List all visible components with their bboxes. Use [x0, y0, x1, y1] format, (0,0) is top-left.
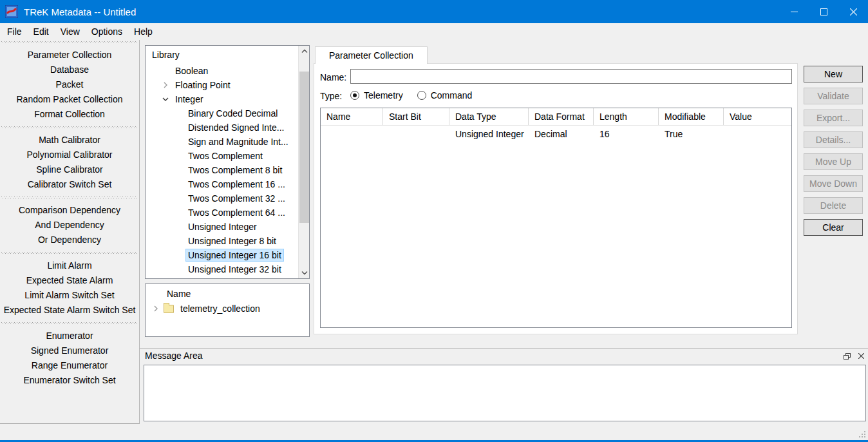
tree-item-twos-complement-8-bit[interactable]: Twos Complement 8 bit — [146, 163, 298, 177]
menu-view[interactable]: View — [55, 24, 86, 39]
tree-item-unsigned-integer-8-bit[interactable]: Unsigned Integer 8 bit — [146, 234, 298, 248]
cell-length[interactable]: 16 — [594, 126, 659, 142]
scrollbar-thumb[interactable] — [299, 72, 309, 223]
cell-data-type[interactable]: Unsigned Integer — [449, 126, 529, 142]
library-scrollbar[interactable] — [298, 46, 309, 278]
cell-data-format[interactable]: Decimal — [529, 126, 594, 142]
tree-spacer — [173, 151, 184, 161]
maximize-button[interactable] — [809, 0, 838, 23]
column-header-data-format[interactable]: Data Format — [529, 108, 594, 125]
menu-help[interactable]: Help — [128, 24, 158, 39]
tree-item-telemetry-collection[interactable]: telemetry_collection — [146, 301, 309, 316]
column-header-data-type[interactable]: Data Type — [449, 108, 529, 125]
cell-modifiable[interactable]: True — [659, 126, 724, 142]
menu-options[interactable]: Options — [86, 24, 128, 39]
sidebar-item-expected-state-alarm-switch-set[interactable]: Expected State Alarm Switch Set — [0, 303, 139, 318]
sidebar-item-packet[interactable]: Packet — [0, 77, 139, 92]
tree-item-binary-coded-decimal[interactable]: Binary Coded Decimal — [146, 106, 298, 120]
collection-tree-panel: Name telemetry_collection — [145, 283, 310, 337]
sidebar-item-calibrator-switch-set[interactable]: Calibrator Switch Set — [0, 177, 139, 192]
name-input[interactable] — [350, 69, 792, 84]
cell-name[interactable] — [321, 126, 383, 142]
chevron-down-icon[interactable] — [160, 94, 171, 104]
column-header-name[interactable]: Name — [321, 108, 383, 125]
tree-item-unsigned-integer-16-bit[interactable]: Unsigned Integer 16 bit — [146, 248, 298, 262]
tree-item-floating-point[interactable]: Floating Point — [146, 78, 298, 92]
tree-item-unsigned-integer-32-bit[interactable]: Unsigned Integer 32 bit — [146, 262, 298, 276]
tree-item-distended-signed-integer[interactable]: Distended Signed Inte... — [146, 120, 298, 135]
tree-item-twos-complement[interactable]: Twos Complement — [146, 149, 298, 163]
tree-item-twos-complement-16-bit[interactable]: Twos Complement 16 ... — [146, 177, 298, 191]
sidebar-item-format-collection[interactable]: Format Collection — [0, 107, 139, 122]
tree-spacer — [173, 207, 184, 218]
sidebar-item-enumerator-switch-set[interactable]: Enumerator Switch Set — [0, 373, 139, 388]
toolbar-handle[interactable] — [1, 41, 138, 43]
collection-tree-header: Name — [146, 284, 309, 301]
toolbar-handle[interactable] — [1, 252, 138, 254]
action-button-column: New Validate Export... Details... Move U… — [804, 66, 863, 241]
sidebar-item-math-calibrator[interactable]: Math Calibrator — [0, 133, 139, 148]
app-logo-icon — [5, 5, 18, 18]
close-button[interactable] — [838, 0, 868, 23]
scroll-down-button[interactable] — [299, 267, 310, 278]
column-header-start-bit[interactable]: Start Bit — [383, 108, 449, 125]
cell-start-bit[interactable] — [383, 126, 449, 142]
chevron-down-icon — [301, 271, 308, 275]
toolbar-handle[interactable] — [1, 197, 138, 198]
type-field-label: Type: — [320, 91, 342, 101]
sidebar-item-polynomial-calibrator[interactable]: Polynomial Calibrator — [0, 148, 139, 162]
sidebar-item-spline-calibrator[interactable]: Spline Calibrator — [0, 162, 139, 177]
tree-spacer — [173, 108, 184, 119]
float-dock-icon[interactable] — [844, 353, 851, 360]
sidebar-item-parameter-collection[interactable]: Parameter Collection — [0, 48, 139, 62]
sidebar-item-and-dependency[interactable]: And Dependency — [0, 218, 139, 233]
toolbar-handle[interactable] — [1, 322, 138, 324]
sidebar-item-or-dependency[interactable]: Or Dependency — [0, 233, 139, 247]
sidebar-item-signed-enumerator[interactable]: Signed Enumerator — [0, 343, 139, 358]
column-header-value[interactable]: Value — [724, 108, 791, 125]
sidebar-item-limit-alarm[interactable]: Limit Alarm — [0, 258, 139, 273]
menu-file[interactable]: File — [1, 24, 28, 39]
tree-item-boolean[interactable]: Boolean — [146, 64, 298, 78]
tree-spacer — [173, 179, 184, 189]
sidebar-item-enumerator[interactable]: Enumerator — [0, 329, 139, 343]
telemetry-radio[interactable] — [350, 91, 359, 100]
sidebar-item-range-enumerator[interactable]: Range Enumerator — [0, 358, 139, 373]
type-radio-group: Telemetry Command — [350, 89, 486, 102]
sidebar-item-comparison-dependency[interactable]: Comparison Dependency — [0, 203, 139, 218]
telemetry-radio-label: Telemetry — [364, 90, 403, 101]
resize-grip[interactable] — [858, 430, 866, 438]
sidebar-item-random-packet-collection[interactable]: Random Packet Collection — [0, 92, 139, 107]
tree-item-unsigned-integer[interactable]: Unsigned Integer — [146, 220, 298, 234]
new-button[interactable]: New — [804, 66, 863, 82]
cell-value[interactable] — [724, 126, 791, 142]
message-text-area[interactable] — [144, 365, 866, 421]
sidebar-item-database[interactable]: Database — [0, 62, 139, 77]
sidebar-item-expected-state-alarm[interactable]: Expected State Alarm — [0, 273, 139, 288]
tree-item-sign-and-magnitude-integer[interactable]: Sign and Magnitude Int... — [146, 135, 298, 149]
tree-spacer — [160, 66, 171, 76]
table-row[interactable]: Unsigned Integer Decimal 16 True — [321, 126, 791, 142]
tree-spacer — [173, 236, 184, 246]
command-radio[interactable] — [417, 91, 426, 100]
chevron-right-icon[interactable] — [151, 303, 161, 314]
menu-edit[interactable]: Edit — [28, 24, 55, 39]
column-header-length[interactable]: Length — [594, 108, 659, 125]
tree-item-twos-complement-32-bit[interactable]: Twos Complement 32 ... — [146, 191, 298, 206]
sidebar-item-limit-alarm-switch-set[interactable]: Limit Alarm Switch Set — [0, 288, 139, 303]
toolbar-handle[interactable] — [1, 126, 138, 128]
tab-parameter-collection[interactable]: Parameter Collection — [315, 46, 428, 64]
tree-item-twos-complement-64-bit[interactable]: Twos Complement 64 ... — [146, 206, 298, 220]
sidebar: Parameter Collection Database Packet Ran… — [0, 40, 140, 424]
message-area-title: Message Area — [145, 351, 203, 361]
tree-spacer — [173, 122, 184, 133]
minimize-button[interactable] — [779, 0, 809, 23]
clear-button[interactable]: Clear — [804, 219, 863, 236]
column-header-modifiable[interactable]: Modifiable — [659, 108, 724, 125]
close-dock-icon[interactable] — [858, 353, 864, 359]
tree-item-integer[interactable]: Integer — [146, 92, 298, 106]
chevron-right-icon[interactable] — [160, 80, 171, 90]
export-button: Export... — [804, 110, 863, 126]
scroll-up-button[interactable] — [299, 46, 310, 57]
delete-button: Delete — [804, 197, 863, 214]
